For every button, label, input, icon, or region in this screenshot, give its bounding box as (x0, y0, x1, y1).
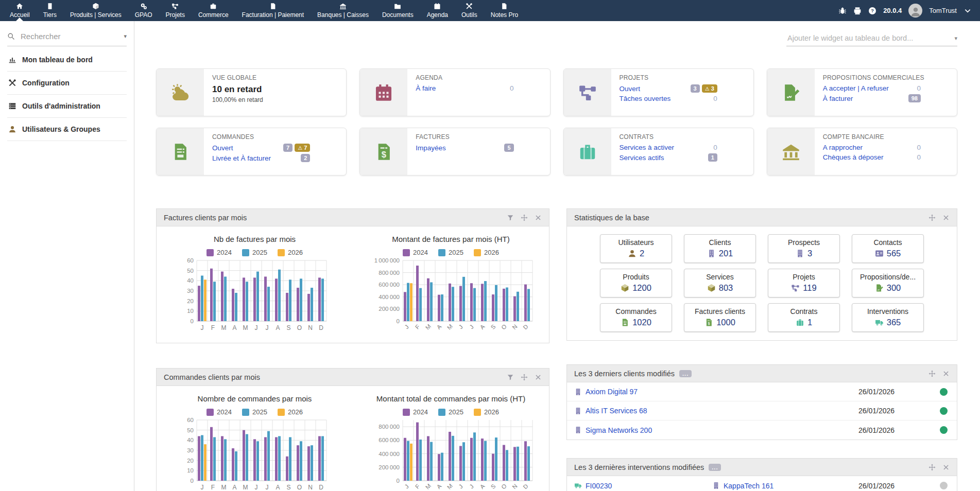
close-icon[interactable] (535, 214, 542, 221)
card-count[interactable]: 0 (510, 84, 514, 92)
svg-text:D: D (319, 324, 323, 331)
card-count[interactable]: 0 (917, 84, 921, 92)
more-badge[interactable]: ... (679, 370, 692, 377)
count-badge[interactable]: 1 (708, 153, 717, 162)
close-icon[interactable] (942, 214, 950, 221)
count-badge[interactable]: 98 (908, 94, 921, 102)
card-link[interactable]: A rapprocher (823, 144, 863, 151)
legend-item[interactable]: 2024 (403, 408, 428, 416)
search-caret-icon[interactable]: ▾ (124, 33, 127, 40)
sidebar-item-utilisateurs-groupes[interactable]: Utilisateurs & Groupes (7, 118, 127, 141)
card-link[interactable]: Ouvert (620, 85, 641, 93)
help-icon[interactable] (868, 7, 876, 15)
warning-badge[interactable]: ⚠7 (295, 144, 310, 152)
stat-commandes[interactable]: Commandes1020 (600, 303, 672, 332)
card-link[interactable]: Impayées (416, 144, 446, 152)
add-widget-caret-icon[interactable]: ▾ (954, 35, 957, 42)
count-badge[interactable]: 2 (301, 154, 310, 162)
legend-item[interactable]: 2026 (474, 249, 499, 256)
close-icon[interactable] (942, 464, 950, 471)
stat-services[interactable]: Services803 (684, 269, 756, 297)
stat-contrats[interactable]: Contrats1 (768, 303, 840, 332)
card-count[interactable]: 0 (713, 144, 717, 151)
nav-item-projets[interactable]: Projets (159, 0, 192, 21)
card-link[interactable]: Ouvert (212, 144, 233, 152)
legend-item[interactable]: 2024 (403, 249, 428, 256)
legend-item[interactable]: 2025 (242, 249, 267, 256)
close-icon[interactable] (942, 370, 950, 377)
move-icon[interactable] (929, 370, 936, 377)
legend-item[interactable]: 2025 (438, 249, 463, 256)
user-menu[interactable]: TomTrust (929, 7, 957, 14)
card-link[interactable]: À facturer (823, 95, 853, 102)
stat-utilisateurs[interactable]: Utilisateurs2 (600, 234, 672, 263)
nav-item-banques-caisses[interactable]: Banques | Caisses (311, 0, 375, 21)
card-link[interactable]: Services à activer (620, 144, 675, 151)
legend-item[interactable]: 2024 (207, 249, 232, 256)
nav-item-outils[interactable]: Outils (455, 0, 484, 21)
nav-item-accueil[interactable]: Accueil (3, 0, 37, 21)
stat-factures-clients[interactable]: Factures clients1000 (684, 303, 756, 332)
intervention-link[interactable]: FI00230 (586, 482, 612, 490)
stat-produits[interactable]: Produits1200 (600, 269, 672, 297)
legend-item[interactable]: 2024 (207, 408, 232, 416)
card-link[interactable]: Services actifs (620, 154, 664, 162)
count-badge[interactable]: 7 (283, 144, 293, 152)
stat-prospects[interactable]: Prospects3 (768, 234, 840, 263)
sidebar-item-outils-d-administration[interactable]: Outils d'administration (7, 95, 127, 118)
card-link[interactable]: À faire (416, 84, 436, 92)
nav-item-facturation-paiement[interactable]: Facturation | Paiement (235, 0, 311, 21)
card-count[interactable]: 0 (917, 144, 921, 151)
stat-interventions[interactable]: Interventions365 (852, 303, 924, 332)
client-link[interactable]: Axiom Digital 97 (586, 388, 638, 396)
chart-plot: 0102030405060JFMAMJJASOND (178, 258, 332, 337)
move-icon[interactable] (521, 374, 528, 381)
print-icon[interactable] (853, 7, 862, 15)
chevron-down-icon[interactable] (964, 7, 972, 15)
sidebar-item-configuration[interactable]: Configuration (7, 72, 127, 95)
legend-item[interactable]: 2025 (242, 408, 267, 416)
filter-icon[interactable] (507, 374, 514, 381)
bug-icon[interactable] (838, 7, 847, 15)
nav-item-agenda[interactable]: Agenda (420, 0, 455, 21)
nav-item-notes-pro[interactable]: Notes Pro (484, 0, 525, 21)
intervention-client-link[interactable]: KappaTech 161 (724, 482, 773, 490)
sidebar-item-mon-tableau-de-bord[interactable]: Mon tableau de bord (7, 48, 127, 72)
warning-badge[interactable]: ⚠3 (702, 84, 717, 93)
add-widget-input[interactable] (786, 33, 954, 43)
stat-contacts[interactable]: Contacts565 (852, 234, 924, 263)
file-icon (501, 3, 508, 10)
move-icon[interactable] (929, 464, 936, 471)
stat-clients[interactable]: Clients201 (684, 234, 756, 263)
svg-text:J: J (457, 483, 464, 490)
nav-item-tiers[interactable]: Tiers (37, 0, 63, 21)
search-input[interactable] (20, 31, 119, 41)
card-link[interactable]: Livrée et À facturer (212, 154, 271, 162)
card-count[interactable]: 0 (713, 95, 717, 102)
nav-item-commerce[interactable]: Commerce (192, 0, 235, 21)
more-badge[interactable]: ... (709, 464, 721, 471)
count-badge[interactable]: 3 (691, 84, 700, 93)
nav-item-gpao[interactable]: GPAO (128, 0, 159, 21)
card-link[interactable]: Tâches ouvertes (620, 95, 671, 102)
nav-item-documents[interactable]: Documents (375, 0, 420, 21)
close-icon[interactable] (535, 374, 542, 381)
client-link[interactable]: Altis IT Services 68 (586, 407, 647, 415)
move-icon[interactable] (929, 214, 936, 221)
card-link[interactable]: A accepter | A refuser (823, 84, 889, 92)
legend-item[interactable]: 2026 (278, 249, 303, 256)
card-link[interactable]: Chèques à déposer (823, 153, 884, 161)
count-badge[interactable]: 5 (504, 144, 513, 152)
card-count[interactable]: 0 (917, 153, 921, 161)
client-link[interactable]: Sigma Networks 200 (586, 426, 652, 434)
legend-item[interactable]: 2026 (474, 408, 499, 416)
nav-item-produits-services[interactable]: Produits | Services (63, 0, 128, 21)
filter-icon[interactable] (507, 214, 514, 221)
legend-item[interactable]: 2026 (278, 408, 303, 416)
legend-item[interactable]: 2025 (438, 408, 463, 416)
user-avatar[interactable] (908, 4, 922, 17)
move-icon[interactable] (521, 214, 528, 221)
stat-projets[interactable]: Projets119 (768, 269, 840, 297)
clients-rows: Axiom Digital 9726/01/2026Altis IT Servi… (567, 382, 957, 440)
stat-propositions-de[interactable]: Propositions/de...300 (852, 269, 924, 297)
